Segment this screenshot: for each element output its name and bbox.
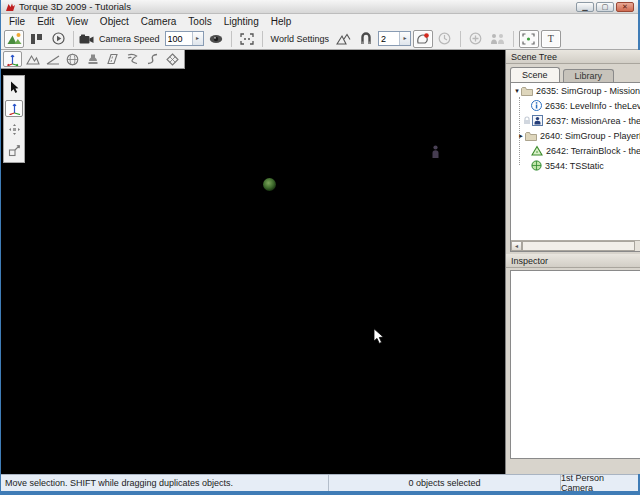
drop-add-button[interactable] <box>466 30 486 48</box>
visibility-button[interactable] <box>206 30 226 48</box>
tab-library-label: Library <box>575 71 603 81</box>
text-tool-glyph: T <box>548 33 554 44</box>
select-tool[interactable] <box>5 79 23 96</box>
bounds-icon <box>522 33 535 45</box>
menu-file[interactable]: File <box>3 16 31 27</box>
terrain-snap-icon <box>336 33 351 45</box>
screenshot-button[interactable] <box>237 30 257 48</box>
rotate-gizmo-icon <box>8 123 21 136</box>
toolbar-separator <box>231 31 232 47</box>
soft-snap-button[interactable] <box>356 30 376 48</box>
collapse-arrow-icon[interactable]: ▸ <box>517 132 525 140</box>
river-icon <box>126 53 139 65</box>
tree-horizontal-scrollbar[interactable]: ◂ ▸ <box>511 240 640 251</box>
snap-size-input[interactable] <box>379 32 399 45</box>
toolbar-separator <box>460 31 461 47</box>
eye-icon <box>209 34 223 44</box>
scrollbar-track[interactable] <box>635 241 640 251</box>
mission-area-icon <box>532 115 543 126</box>
title-bar: Torque 3D 2009 - Tutorials ▁ ▢ ✕ <box>1 0 638 14</box>
object-snap-button[interactable] <box>413 30 433 48</box>
object-snap-icon <box>416 32 430 45</box>
drop-players-button[interactable] <box>488 30 508 48</box>
toolbar-separator <box>262 31 263 47</box>
river-editor-tool[interactable] <box>123 51 142 67</box>
status-bar: Move selection. SHIFT while dragging dup… <box>1 474 638 491</box>
menu-tools[interactable]: Tools <box>182 16 217 27</box>
inspector-pane: ▴ ▾ <box>510 270 640 459</box>
maximize-button[interactable]: ▢ <box>596 2 614 12</box>
selection-count: 0 objects selected <box>328 475 560 491</box>
tree-item-label: 2642: TerrainBlock - theTerrain <box>546 146 640 156</box>
gui-editor-icon <box>30 33 43 45</box>
decal-road-editor-tool[interactable] <box>103 51 122 67</box>
snap-size-field: ▸ <box>378 31 411 46</box>
tree-item-tsstatic[interactable]: 3544: TSStatic <box>511 158 640 173</box>
menu-help[interactable]: Help <box>265 16 298 27</box>
world-editor-button[interactable] <box>4 30 24 48</box>
close-button[interactable]: ✕ <box>616 2 634 12</box>
scroll-left-icon[interactable]: ◂ <box>511 241 522 251</box>
terrain-snap-button[interactable] <box>334 30 354 48</box>
axis-gizmo-icon <box>6 53 19 66</box>
scale-tool[interactable] <box>5 142 23 159</box>
terrain-painter-tool[interactable] <box>43 51 62 67</box>
two-players-icon <box>490 33 505 45</box>
rotate-tool[interactable] <box>5 121 23 138</box>
slope-pencil-icon <box>46 54 60 65</box>
path-editor-tool[interactable] <box>143 51 162 67</box>
scrollbar-thumb[interactable] <box>522 241 635 251</box>
menu-bar: File Edit View Object Camera Tools Light… <box>1 14 638 28</box>
tab-scene[interactable]: Scene <box>510 67 560 82</box>
tree-item-playerdrop[interactable]: ▸ 2640: SimGroup - PlayerDropP <box>511 128 640 143</box>
menu-lighting[interactable]: Lighting <box>218 16 265 27</box>
move-tool[interactable] <box>5 100 23 117</box>
torque-logo-icon <box>5 2 16 12</box>
tree-item-terrainblock[interactable]: 2642: TerrainBlock - theTerrain <box>511 143 640 158</box>
menu-view[interactable]: View <box>60 16 94 27</box>
tree-item-missionarea[interactable]: 2637: MissionArea - theMis <box>511 113 640 128</box>
tree-item-missiongroup[interactable]: ▾ 2635: SimGroup - MissionGroup <box>511 83 640 98</box>
scene-tree-header: Scene Tree <box>506 50 640 64</box>
mesh-road-editor-tool[interactable] <box>163 51 182 67</box>
camera-speed-spinner[interactable]: ▸ <box>192 32 203 45</box>
add-circle-icon <box>469 32 482 45</box>
scene-object-gizmo[interactable] <box>263 178 276 191</box>
terrain-editor-tool[interactable] <box>23 51 42 67</box>
terrain-icon <box>26 53 40 65</box>
editor-tool-palette <box>1 50 185 69</box>
terrain-block-icon <box>531 145 543 156</box>
menu-edit[interactable]: Edit <box>31 16 60 27</box>
player-spawn-marker[interactable] <box>431 145 440 159</box>
menu-camera[interactable]: Camera <box>135 16 183 27</box>
minimize-button[interactable]: ▁ <box>576 2 594 12</box>
scene-tree-tabs: Scene Library <box>506 64 640 82</box>
world-settings-label: World Settings <box>268 34 332 44</box>
tree-item-label: 3544: TSStatic <box>545 161 604 171</box>
tree-item-levelinfo[interactable]: 2636: LevelInfo - theLevelInfo <box>511 98 640 113</box>
stamp-icon <box>87 53 99 65</box>
grid-snap-button[interactable] <box>435 30 455 48</box>
play-game-button[interactable] <box>48 30 68 48</box>
camera-speed-input[interactable] <box>166 32 192 45</box>
menu-object[interactable]: Object <box>94 16 135 27</box>
material-editor-tool[interactable] <box>63 51 82 67</box>
viewport[interactable] <box>1 50 505 474</box>
render-bounds-button[interactable] <box>519 30 539 48</box>
object-editor-tool[interactable] <box>3 51 22 67</box>
tree-item-label: 2635: SimGroup - MissionGroup <box>536 86 640 96</box>
magnet-icon <box>360 32 372 45</box>
globe-icon <box>66 53 79 66</box>
move-gizmo-icon <box>8 102 21 115</box>
tree-item-label: 2640: SimGroup - PlayerDropP <box>540 131 640 141</box>
folder-icon <box>525 131 537 141</box>
gui-editor-button[interactable] <box>26 30 46 48</box>
datablock-editor-tool[interactable] <box>83 51 102 67</box>
tab-library[interactable]: Library <box>563 69 615 82</box>
transform-toolbar <box>3 75 25 163</box>
scene-tree-view: ▾ 2635: SimGroup - MissionGroup 2636: Le… <box>510 82 640 252</box>
tree-item-label: 2637: MissionArea - theMis <box>546 116 640 126</box>
expand-arrow-icon[interactable]: ▾ <box>513 87 521 95</box>
render-text-button[interactable]: T <box>541 30 561 48</box>
snap-size-spinner[interactable]: ▸ <box>399 32 410 45</box>
